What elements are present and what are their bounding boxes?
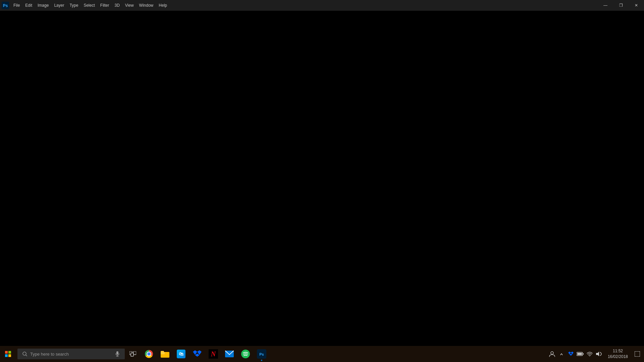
menu-type[interactable]: Type — [67, 0, 81, 11]
menu-help[interactable]: Help — [156, 0, 170, 11]
menu-file[interactable]: File — [11, 0, 22, 11]
svg-marker-18 — [197, 350, 202, 353]
clock-time: 11:52 — [613, 348, 623, 354]
close-button[interactable]: ✕ — [629, 0, 644, 11]
pinned-app-chrome[interactable] — [141, 346, 157, 362]
pinned-app-spotify[interactable] — [237, 346, 254, 362]
svg-marker-17 — [193, 350, 197, 353]
start-button[interactable] — [0, 346, 16, 362]
taskbar: 🛍 N — [0, 346, 644, 362]
svg-line-7 — [26, 355, 27, 356]
people-icon[interactable] — [547, 346, 557, 362]
svg-rect-12 — [133, 351, 136, 355]
minimize-button[interactable]: — — [598, 0, 613, 11]
pinned-app-netflix[interactable]: N — [205, 346, 221, 362]
maximize-button[interactable]: ❐ — [613, 0, 629, 11]
pinned-app-photoshop[interactable]: Ps — [254, 346, 270, 362]
canvas-area — [0, 11, 644, 346]
menu-view[interactable]: View — [122, 0, 137, 11]
menu-filter[interactable]: Filter — [98, 0, 112, 11]
svg-marker-30 — [570, 354, 572, 356]
menu-bar: File Edit Image Layer Type Select Filter… — [11, 0, 598, 11]
chrome-icon — [145, 350, 153, 358]
search-icon — [21, 350, 29, 358]
search-input[interactable] — [30, 352, 111, 357]
svg-text:Ps: Ps — [259, 352, 264, 356]
netflix-icon: N — [209, 349, 218, 359]
dropbox-tray-icon[interactable] — [566, 346, 576, 362]
wifi-icon[interactable] — [585, 346, 594, 362]
photoshop-taskbar-icon: Ps — [257, 349, 266, 359]
microphone-icon[interactable] — [113, 350, 121, 358]
search-bar[interactable] — [17, 349, 125, 359]
battery-icon[interactable] — [576, 346, 585, 362]
store-icon: 🛍 — [177, 350, 185, 358]
menu-window[interactable]: Window — [137, 0, 156, 11]
pinned-app-dropbox[interactable] — [189, 346, 205, 362]
pinned-apps: 🛍 N — [141, 346, 270, 362]
svg-rect-16 — [161, 351, 164, 353]
svg-marker-26 — [568, 352, 571, 354]
menu-layer[interactable]: Layer — [51, 0, 67, 11]
svg-marker-27 — [571, 352, 574, 354]
svg-point-25 — [551, 352, 553, 354]
clock[interactable]: 11:52 16/02/2018 — [604, 346, 632, 362]
menu-3d[interactable]: 3D — [112, 0, 122, 11]
menu-edit[interactable]: Edit — [22, 0, 35, 11]
menu-select[interactable]: Select — [81, 0, 97, 11]
svg-text:Ps: Ps — [3, 3, 8, 8]
window-controls: — ❐ ✕ — [598, 0, 644, 11]
notification-button[interactable] — [632, 346, 643, 362]
titlebar: Ps File Edit Image Layer Type Select Fil… — [0, 0, 644, 11]
svg-marker-35 — [596, 352, 599, 356]
svg-rect-3 — [8, 351, 11, 354]
svg-rect-5 — [8, 354, 11, 357]
svg-rect-2 — [5, 351, 8, 354]
volume-icon[interactable] — [594, 346, 604, 362]
explorer-icon — [160, 349, 170, 359]
dropbox-icon — [193, 349, 202, 359]
pinned-app-store[interactable]: 🛍 — [173, 346, 189, 362]
mail-icon — [225, 349, 234, 359]
expand-tray-button[interactable] — [557, 346, 566, 362]
svg-rect-13 — [131, 353, 133, 356]
pinned-app-explorer[interactable] — [157, 346, 173, 362]
spotify-icon — [241, 350, 250, 358]
svg-rect-4 — [5, 354, 8, 357]
pinned-app-mail[interactable] — [221, 346, 237, 362]
menu-image[interactable]: Image — [35, 0, 51, 11]
svg-point-34 — [589, 356, 590, 357]
svg-rect-36 — [635, 351, 640, 357]
svg-marker-21 — [195, 354, 200, 357]
svg-rect-32 — [577, 353, 582, 355]
svg-rect-8 — [116, 351, 118, 355]
task-view-button[interactable] — [125, 346, 141, 362]
ps-logo: Ps — [0, 0, 11, 11]
svg-rect-33 — [583, 353, 584, 355]
clock-date: 16/02/2018 — [608, 354, 628, 360]
system-tray: 11:52 16/02/2018 — [547, 346, 644, 362]
